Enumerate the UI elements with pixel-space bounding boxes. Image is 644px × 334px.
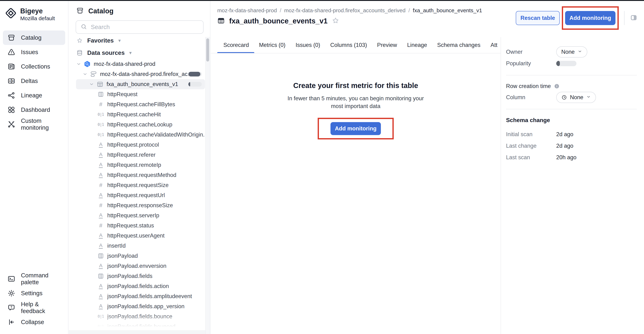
tree-item-label: insertId — [107, 243, 126, 249]
sidebar-item-lineage[interactable]: Lineage — [3, 88, 65, 103]
schema-change-rows: Initial scan2d agoLast change2d agoLast … — [506, 129, 637, 163]
rescan-table-button[interactable]: Rescan table — [516, 11, 560, 25]
search-box[interactable] — [76, 20, 204, 34]
tree-item-label: httpRequest.responseSize — [107, 202, 173, 209]
tree-item[interactable]: AhttpRequest.protocol — [76, 140, 205, 150]
tree-item[interactable]: #httpRequest.responseSize — [76, 200, 205, 210]
owner-label: Owner — [506, 49, 556, 55]
tree-item-label: httpRequest.protocol — [107, 142, 159, 148]
breadcrumb-segment[interactable]: moz-fx-data-shared-prod — [217, 7, 277, 13]
favorite-star-icon[interactable] — [332, 16, 340, 25]
panel-toggle-icon[interactable] — [630, 14, 638, 22]
tree-item[interactable]: 0|1httpRequest.cacheHit — [76, 110, 205, 120]
chevron-down-icon[interactable] — [82, 71, 88, 77]
empty-state: Create your first metric for this table … — [211, 53, 500, 139]
divider — [506, 75, 637, 75]
sidebar-item-settings[interactable]: Settings — [3, 286, 65, 301]
tree-item[interactable]: AinsertId — [76, 241, 205, 251]
tree-item[interactable]: AhttpRequest.serverIp — [76, 210, 205, 221]
tree-item[interactable]: fxa_auth_bounce_events_v1 — [76, 79, 205, 89]
tab-lineage[interactable]: Lineage — [407, 37, 427, 53]
horizontal-scrollbar[interactable] — [69, 331, 205, 334]
search-input[interactable] — [91, 24, 199, 30]
breadcrumb-segment[interactable]: moz-fx-data-shared-prod.firefox_accounts… — [284, 7, 406, 13]
tab-scorecard[interactable]: Scorecard — [224, 37, 249, 53]
sidebar-item-collections[interactable]: Collections — [3, 59, 65, 74]
string-type-icon: A — [96, 162, 105, 168]
tree-item[interactable]: AjsonPayload.fields.action — [76, 281, 205, 291]
breadcrumb-segment[interactable]: fxa_auth_bounce_events_v1 — [413, 7, 482, 13]
dashboard-icon — [7, 106, 16, 114]
tree-item[interactable]: #httpRequest.cacheFillBytes — [76, 99, 205, 110]
section-favorites[interactable]: Favorites ▾ — [69, 35, 210, 46]
tree-item[interactable]: moz-fx-data-shared-prod — [76, 59, 205, 69]
string-type-icon: A — [96, 283, 105, 289]
boolean-type-icon: 0|1 — [96, 112, 105, 117]
boolean-type-icon: 0|1 — [96, 325, 105, 329]
row-creation-time-label: Row creation time — [506, 83, 551, 89]
app-logo[interactable]: Bigeye Mozilla default — [0, 1, 68, 21]
add-monitoring-cta-button[interactable]: Add monitoring — [330, 122, 381, 135]
section-data-sources[interactable]: Data sources ▾ — [69, 47, 210, 58]
tree-item-label: httpRequest.userAgent — [107, 232, 164, 239]
info-icon[interactable] — [554, 83, 560, 89]
tab-schema-changes[interactable]: Schema changes — [437, 37, 480, 53]
issues-icon — [7, 48, 16, 56]
tree-item[interactable]: AjsonPayload.fields.app_version — [76, 301, 205, 312]
sidebar-item-dashboard[interactable]: Dashboard — [3, 103, 65, 117]
tree-item[interactable]: AjsonPayload.envversion — [76, 261, 205, 271]
tree-item-label: httpRequest.requestMethod — [107, 172, 176, 178]
add-monitoring-button[interactable]: Add monitoring — [565, 11, 616, 25]
sidebar-item-custom-monitoring[interactable]: Custom monitoring — [3, 117, 65, 132]
tab-issues-0[interactable]: Issues (0) — [296, 37, 320, 53]
schema-change-row: Last change2d ago — [506, 140, 637, 152]
tree-item[interactable]: jsonPayload.fields — [76, 271, 205, 281]
sidebar-item-catalog[interactable]: Catalog — [3, 30, 65, 45]
tree-item[interactable]: AjsonPayload.fields.amplitudeevent — [76, 291, 205, 301]
tab-columns-103[interactable]: Columns (103) — [330, 37, 367, 53]
breadcrumb-separator: / — [280, 7, 281, 13]
sidebar-item-label: Command palette — [21, 272, 61, 286]
tree-item[interactable]: #httpRequest.requestSize — [76, 180, 205, 190]
tree-item[interactable]: 0|1httpRequest.cacheLookup — [76, 120, 205, 130]
settings-icon — [7, 289, 16, 297]
sidebar-item-issues[interactable]: Issues — [3, 45, 65, 59]
column-select[interactable]: None — [556, 92, 596, 103]
star-icon — [76, 37, 83, 44]
tab-metrics-0[interactable]: Metrics (0) — [259, 37, 285, 53]
tree-item[interactable]: 0|1jsonPayload.fields.bounced — [76, 322, 205, 332]
caret-down-icon: ▾ — [118, 38, 121, 43]
scrollbar-thumb[interactable] — [206, 38, 209, 61]
annotation-box-cta: Add monitoring — [318, 118, 394, 139]
details-panel: Owner None Popularity Row creation time … — [500, 37, 644, 334]
tree-item[interactable]: 0|1httpRequest.cacheValidatedWithOrigin.… — [76, 130, 205, 140]
sidebar-item-label: Lineage — [21, 92, 42, 99]
vertical-scrollbar[interactable] — [205, 37, 210, 334]
boolean-type-icon: 0|1 — [96, 123, 105, 127]
empty-state-subtitle: In fewer than 5 minutes, you can begin m… — [211, 95, 500, 110]
tree-item[interactable]: jsonPayload — [76, 251, 205, 261]
tree-item[interactable]: 0|1jsonPayload.fields.bounce — [76, 312, 205, 322]
tree-item[interactable]: AhttpRequest.remoteIp — [76, 160, 205, 170]
tree-item[interactable]: httpRequest — [76, 89, 205, 99]
tree-item-label: jsonPayload.fields — [107, 273, 152, 279]
number-type-icon: # — [96, 202, 105, 209]
tab-att[interactable]: Att — [490, 37, 497, 53]
tree-item[interactable]: moz-fx-data-shared-prod.firefox_ac... — [76, 69, 205, 79]
tree-item[interactable]: AhttpRequest.requestMethod — [76, 170, 205, 180]
chevron-down-icon[interactable] — [76, 61, 82, 67]
sidebar-item-command-palette[interactable]: Command palette — [3, 272, 65, 286]
chevron-down-icon[interactable] — [89, 82, 94, 87]
owner-select[interactable]: None — [556, 46, 587, 57]
tree-item[interactable]: AhttpRequest.requestUrl — [76, 190, 205, 200]
sidebar-item-help-feedback[interactable]: ?Help & feedback — [3, 301, 65, 315]
sidebar-item-collapse[interactable]: Collapse — [3, 315, 65, 329]
tree-item-label: httpRequest.cacheHit — [107, 111, 161, 118]
tree-item[interactable]: AhttpRequest.userAgent — [76, 231, 205, 241]
sidebar-item-deltas[interactable]: ABDeltas — [3, 74, 65, 88]
tab-preview[interactable]: Preview — [377, 37, 397, 53]
tree-item-label: httpRequest.cacheFillBytes — [107, 101, 175, 108]
tree-item-label: jsonPayload.fields.bounced — [107, 323, 175, 330]
tree-item[interactable]: #httpRequest.status — [76, 221, 205, 231]
tree-item[interactable]: AhttpRequest.referer — [76, 150, 205, 160]
